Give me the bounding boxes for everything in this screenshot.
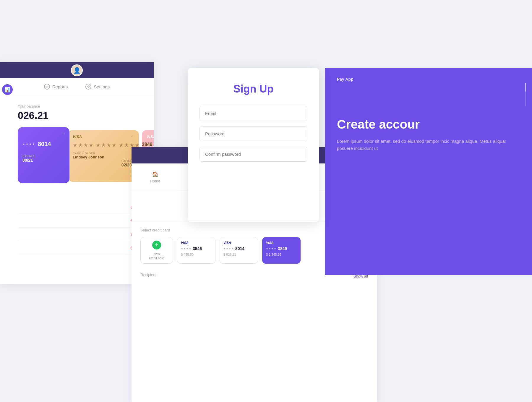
card-balance-2: $ 926.21 xyxy=(223,253,254,256)
received-section: Received xyxy=(18,189,148,194)
top-background xyxy=(0,0,532,62)
panel-left: 👤 ◎ Reports ⚙ Settings 📊 Your balance 02… xyxy=(0,62,154,284)
nav-home[interactable]: 🏠 Home xyxy=(150,171,160,183)
balance-amount: 026.21 xyxy=(18,110,148,121)
create-account-title: Create accour xyxy=(337,117,520,132)
card-beige[interactable]: VISA ··· ★★★★ ★★★★ ★★★★ 3849 CARD HOLDER… xyxy=(68,130,139,182)
settings-label: Settings xyxy=(94,84,110,89)
signup-title: Sign Up xyxy=(200,83,307,95)
card-visa-label-2: VISA xyxy=(223,241,254,244)
reports-label: Reports xyxy=(52,84,68,89)
right-purple-panel: Pay App Create accour Lorem ipsum dolor … xyxy=(325,68,532,275)
transactions-list: $ 972.00 $ 125.00 $ 247.50 $ 839.40 xyxy=(18,200,148,255)
email-field[interactable] xyxy=(200,106,307,121)
card-expires-area: EXPIRES 02/20 xyxy=(73,159,134,167)
card-expires-date: 08/21 xyxy=(22,158,65,163)
card-visa-beige: VISA xyxy=(73,135,134,139)
new-card-label: Newcredit card xyxy=(149,252,164,260)
sidebar-main-icon[interactable]: 📊 xyxy=(2,84,13,95)
card-number-1: 3546 xyxy=(193,246,202,251)
list-item[interactable]: VISA ★★★★ 8014 $ 926.21 xyxy=(220,237,258,264)
card-dots-2: ★★★★ xyxy=(96,142,117,148)
card-stars-3: ★★★★ xyxy=(266,247,277,250)
card-num-row-3: ★★★★ 3849 xyxy=(266,246,297,251)
reports-icon: ◎ xyxy=(44,84,50,90)
scrollbar-thumb xyxy=(525,83,526,92)
new-credit-card-button[interactable]: + Newcredit card xyxy=(140,237,173,264)
card-num-row-1: ★★★★ 3546 xyxy=(181,246,212,251)
table-row: $ 972.00 xyxy=(18,200,148,214)
card-number-2: 8014 xyxy=(235,246,244,251)
recipient-label: Recipient xyxy=(140,273,156,277)
card-stars: ★★★★ xyxy=(22,142,35,146)
card-holder-label: CARD HOLDER xyxy=(73,152,134,155)
avatar[interactable]: 👤 xyxy=(71,64,83,76)
card-more-beige-icon[interactable]: ··· xyxy=(131,134,135,140)
card-more-icon[interactable]: ··· xyxy=(61,131,65,137)
card-visa-label-1: VISA xyxy=(181,241,212,244)
left-panel-nav: ◎ Reports ⚙ Settings xyxy=(0,78,154,95)
card-purple[interactable]: ··· ★★★★ 8014 EXPIRES 08/21 xyxy=(18,127,69,183)
list-item[interactable]: VISA ★★★★ 3849 $ 1,345.56 xyxy=(262,237,301,264)
card-balance-1: $ 465.50 xyxy=(181,253,212,256)
add-icon: + xyxy=(152,241,161,249)
scrollbar-indicator xyxy=(525,83,526,106)
card-holder-name: Lindsey Johnson xyxy=(73,155,134,159)
home-icon: 🏠 xyxy=(152,171,158,178)
card-stars-2: ★★★★ xyxy=(223,247,234,250)
confirm-password-field[interactable] xyxy=(200,147,307,162)
right-panel-body-text: Lorem ipsum dolor sit amet, sed do eiusm… xyxy=(337,138,520,152)
left-sidebar: 📊 xyxy=(0,78,15,95)
home-label: Home xyxy=(150,179,160,183)
list-item[interactable]: VISA ★★★★ 3546 $ 465.50 xyxy=(177,237,215,264)
settings-icon: ⚙ xyxy=(85,84,91,90)
table-row: $ 247.50 xyxy=(18,228,148,241)
signup-panel: Sign Up xyxy=(188,68,319,222)
balance-value: 026.21 xyxy=(18,110,48,121)
nav-settings[interactable]: ⚙ Settings xyxy=(85,84,110,90)
nav-reports[interactable]: ◎ Reports xyxy=(44,84,68,90)
card-visa-label-3: VISA xyxy=(266,241,297,244)
card-number-3: 3849 xyxy=(278,246,287,251)
card-expires-label: EXPIRES xyxy=(22,155,65,158)
card-num-row-2: ★★★★ 8014 xyxy=(223,246,254,251)
password-field[interactable] xyxy=(200,126,307,141)
card-number-row: ★★★★ 8014 xyxy=(22,141,65,147)
right-app-name: Pay App xyxy=(337,77,520,82)
table-row: $ 125.00 xyxy=(18,214,148,228)
cards-area: ··· ★★★★ 8014 EXPIRES 08/21 VISA ··· ★★★… xyxy=(18,127,148,186)
card-dots-1: ★★★★ xyxy=(73,142,94,148)
card-number: 8014 xyxy=(38,141,51,147)
left-panel-header: 👤 xyxy=(0,62,154,78)
balance-label: Your balance xyxy=(18,104,148,108)
left-panel-content: Your balance 026.21 ··· ★★★★ 8014 EXPIRE… xyxy=(0,95,154,261)
right-panel-content: Pay App Create accour Lorem ipsum dolor … xyxy=(325,68,532,161)
card-balance-3: $ 1,345.56 xyxy=(266,253,297,256)
card-visa-pink: VISA xyxy=(147,135,154,139)
table-row: $ 839.40 xyxy=(18,241,148,255)
card-stars-row: ★★★★ ★★★★ ★★★★ 3849 xyxy=(73,142,134,149)
card-stars-1: ★★★★ xyxy=(181,247,192,250)
